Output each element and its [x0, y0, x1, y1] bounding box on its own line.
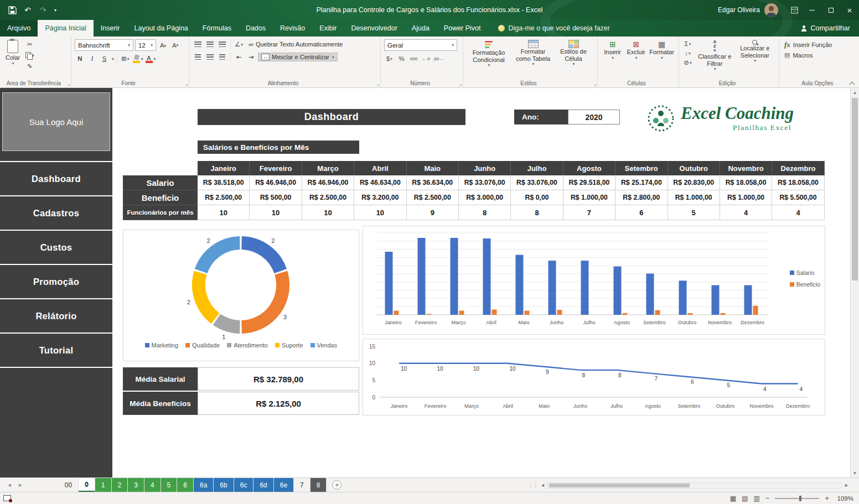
- salario-cell-setembro[interactable]: R$ 25.174,00: [615, 175, 667, 190]
- funcionarios-cell-agosto[interactable]: 7: [563, 205, 615, 220]
- orientation-icon[interactable]: ∠▾: [234, 39, 244, 49]
- funcionarios-cell-marco[interactable]: 10: [302, 205, 354, 220]
- vertical-scroll-thumb[interactable]: [852, 98, 858, 280]
- number-dialog-launcher-icon[interactable]: ⌟: [459, 81, 462, 86]
- logo-placeholder[interactable]: Sua Logo Aqui: [2, 92, 110, 151]
- alignment-dialog-launcher-icon[interactable]: ⌟: [377, 81, 379, 86]
- year-input[interactable]: 2020: [568, 110, 620, 124]
- sidebar-item-custos[interactable]: Custos: [0, 231, 112, 265]
- sheet-tab-6[interactable]: 6: [177, 478, 194, 492]
- row-label-beneficio[interactable]: Beneficio: [123, 190, 198, 205]
- month-header-julho[interactable]: Julho: [511, 161, 563, 175]
- sheet-nav-left-icon[interactable]: ◄: [7, 482, 12, 488]
- comma-style-icon[interactable]: 000: [408, 54, 419, 64]
- row-label-salario[interactable]: Salario: [123, 175, 198, 190]
- cut-icon[interactable]: ✂: [24, 39, 35, 49]
- ribbon-tab-arquivo[interactable]: Arquivo: [0, 20, 38, 37]
- zoom-out-icon[interactable]: −: [765, 494, 770, 502]
- sheet-tab-6c[interactable]: 6c: [234, 478, 254, 492]
- ribbon-tab-revisao[interactable]: Revisão: [273, 20, 312, 37]
- save-icon[interactable]: [6, 3, 19, 17]
- font-dialog-launcher-icon[interactable]: ⌟: [185, 81, 188, 86]
- qat-customize-icon[interactable]: ▾: [52, 3, 59, 17]
- clear-icon[interactable]: ⊘▾: [682, 58, 693, 67]
- month-header-junho[interactable]: Junho: [459, 161, 511, 175]
- minimize-button[interactable]: [803, 0, 821, 20]
- horizontal-scrollbar[interactable]: ⋮⋮ ◄ ►: [528, 480, 849, 490]
- insert-cells-button[interactable]: ⊞ Inserir ▾: [601, 39, 624, 61]
- month-header-agosto[interactable]: Agosto: [563, 161, 615, 175]
- align-right-icon[interactable]: [217, 52, 227, 62]
- bold-button[interactable]: N: [75, 54, 85, 64]
- funcionarios-cell-janeiro[interactable]: 10: [198, 205, 250, 220]
- sheet-tab-6e[interactable]: 6e: [274, 478, 294, 492]
- scroll-up-icon[interactable]: ▲: [851, 88, 859, 97]
- merge-center-button[interactable]: ↔ Mesclar e Centralizar ▾: [258, 53, 338, 61]
- ribbon-tab-ajuda[interactable]: Ajuda: [405, 20, 437, 37]
- beneficio-cell-fevereiro[interactable]: R$ 500,00: [250, 190, 302, 205]
- conditional-formatting-button[interactable]: Formatação Condicional ▾: [467, 39, 511, 69]
- salario-cell-julho[interactable]: R$ 33.076,00: [511, 175, 563, 190]
- beneficio-cell-marco[interactable]: R$ 2.500,00: [302, 190, 354, 205]
- ribbon-tab-dados[interactable]: Dados: [239, 20, 273, 37]
- cell-styles-button[interactable]: Estilos de Célula ▾: [555, 39, 592, 67]
- hscroll-track[interactable]: [547, 482, 842, 489]
- find-select-button[interactable]: Localizar e Selecionar ▾: [734, 39, 775, 64]
- beneficio-cell-janeiro[interactable]: R$ 2.500,00: [198, 190, 250, 205]
- ribbon-tab-formulas[interactable]: Fórmulas: [195, 20, 239, 37]
- media-beneficios-value[interactable]: R$ 2.125,00: [198, 392, 359, 415]
- user-avatar[interactable]: [764, 3, 778, 17]
- sheet-tab-1[interactable]: 1: [95, 478, 112, 492]
- clipboard-dialog-launcher-icon[interactable]: ⌟: [68, 81, 70, 86]
- month-header-dezembro[interactable]: Dezembro: [772, 161, 824, 175]
- month-header-novembro[interactable]: Novembro: [720, 161, 772, 175]
- number-format-combo[interactable]: Geral▾: [384, 39, 457, 51]
- beneficio-cell-dezembro[interactable]: R$ 5.500,00: [772, 190, 824, 205]
- align-left-icon[interactable]: [193, 52, 203, 62]
- page-break-view-icon[interactable]: ▥: [753, 495, 759, 502]
- macros-button[interactable]: ▤ Macros: [783, 50, 856, 60]
- undo-icon[interactable]: ↶: [21, 3, 34, 17]
- font-color-icon[interactable]: A▾: [145, 54, 156, 64]
- wrap-text-button[interactable]: ab Quebrar Texto Automaticamente: [246, 40, 345, 48]
- decrease-indent-icon[interactable]: ⇤: [234, 52, 244, 62]
- underline-button[interactable]: S: [99, 54, 110, 64]
- decrease-decimal-icon[interactable]: .00→: [433, 54, 443, 64]
- italic-button[interactable]: I: [87, 54, 97, 64]
- tell-me-box[interactable]: Diga-me o que você deseja fazer: [498, 20, 610, 37]
- row-label-funcionarios[interactable]: Funcionários por mês: [123, 205, 198, 220]
- styles-dialog-launcher-icon[interactable]: ⌟: [594, 81, 596, 86]
- funcionarios-cell-dezembro[interactable]: 4: [772, 205, 824, 220]
- salario-cell-agosto[interactable]: R$ 29.518,00: [563, 175, 615, 190]
- align-top-icon[interactable]: [193, 39, 203, 49]
- funcionarios-cell-novembro[interactable]: 4: [720, 205, 772, 220]
- accounting-format-icon[interactable]: $▾: [384, 54, 395, 64]
- align-middle-icon[interactable]: [205, 39, 215, 49]
- increase-font-icon[interactable]: A▴: [158, 40, 168, 50]
- delete-cells-button[interactable]: ⊠ Excluir ▾: [625, 39, 648, 61]
- month-header-maio[interactable]: Maio: [407, 161, 459, 175]
- hscroll-right-icon[interactable]: ►: [844, 482, 849, 488]
- collapse-ribbon-icon[interactable]: [850, 81, 855, 86]
- redo-icon[interactable]: ↷: [37, 3, 50, 17]
- paste-button[interactable]: Colar ▾: [3, 39, 22, 71]
- add-sheet-icon[interactable]: +: [332, 480, 341, 490]
- month-header-outubro[interactable]: Outubro: [668, 161, 720, 175]
- close-button[interactable]: ×: [840, 0, 859, 20]
- zoom-slider-thumb[interactable]: [799, 496, 801, 501]
- sheet-tab-0[interactable]: 0: [79, 478, 95, 492]
- fill-icon[interactable]: ↓▾: [682, 49, 693, 58]
- beneficio-cell-junho[interactable]: R$ 3.000,00: [459, 190, 511, 205]
- sidebar-item-tutorial[interactable]: Tutorial: [0, 334, 112, 368]
- ribbon-display-options-icon[interactable]: [786, 0, 803, 20]
- beneficio-cell-setembro[interactable]: R$ 2.800,00: [615, 190, 667, 205]
- beneficio-cell-maio[interactable]: R$ 2.500,00: [407, 190, 459, 205]
- funcionarios-cell-junho[interactable]: 8: [459, 205, 511, 220]
- sidebar-item-relatorio[interactable]: Relátorio: [0, 299, 112, 334]
- zoom-in-icon[interactable]: +: [825, 494, 829, 502]
- beneficio-cell-abril[interactable]: R$ 3.200,00: [354, 190, 406, 205]
- month-header-marco[interactable]: Março: [302, 161, 354, 175]
- sort-filter-button[interactable]: AZ▼ Classificar e Filtrar ▾: [695, 39, 734, 72]
- copy-icon[interactable]: ▾: [24, 50, 35, 60]
- salario-cell-novembro[interactable]: R$ 18.058,00: [720, 175, 772, 190]
